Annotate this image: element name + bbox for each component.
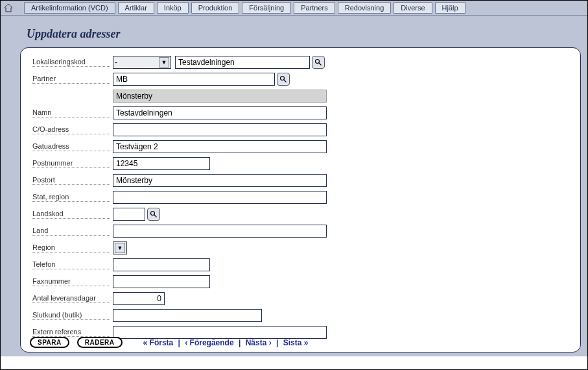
search-icon	[150, 210, 158, 218]
nav-next[interactable]: Nästa ›	[246, 338, 272, 347]
lokaliseringskod-input[interactable]	[175, 56, 310, 69]
form-footer: SPARA RADERA « Första | ‹ Föregående | N…	[30, 337, 571, 348]
landskod-lookup-button[interactable]	[147, 208, 160, 221]
label-co-adress: C/O-adress	[32, 125, 110, 134]
telefon-input[interactable]	[113, 258, 210, 271]
home-icon[interactable]	[3, 3, 14, 13]
menu-tab-artiklar[interactable]: Artiklar	[118, 2, 154, 14]
menu-tab-artikelinformation[interactable]: Artikelinformation (VCD)	[24, 2, 115, 14]
menu-tab-diverse[interactable]: Diverse	[394, 2, 432, 14]
form-panel: Lokaliseringskod - ▼ Partner Namn	[20, 47, 581, 352]
menu-tab-inkop[interactable]: Inköp	[157, 2, 189, 14]
search-icon	[314, 58, 322, 66]
save-button[interactable]: SPARA	[30, 337, 69, 348]
lokaliseringskod-select[interactable]: - ▼	[113, 56, 171, 69]
land-input[interactable]	[113, 225, 327, 238]
label-stat-region: Stat, region	[32, 193, 110, 202]
menu-tab-hjalp[interactable]: Hjälp	[435, 2, 465, 14]
stat-region-input[interactable]	[113, 191, 327, 204]
label-postort: Postort	[32, 176, 110, 185]
namn-input[interactable]	[113, 106, 327, 119]
page-title: Uppdatera adresser	[27, 27, 587, 41]
svg-point-0	[316, 60, 320, 64]
svg-line-3	[284, 80, 287, 82]
page-header: Uppdatera adresser	[1, 16, 587, 47]
menu-tab-partners[interactable]: Partners	[294, 2, 335, 14]
label-landskod: Landskod	[32, 210, 110, 219]
nav-last[interactable]: Sista »	[283, 338, 309, 347]
chevron-down-icon: ▼	[159, 57, 169, 68]
label-slutkund: Slutkund (butik)	[32, 311, 110, 320]
gatuadress-input[interactable]	[113, 140, 327, 153]
slutkund-input[interactable]	[113, 309, 262, 322]
menu-tab-forsaljning[interactable]: Försäljning	[242, 2, 291, 14]
menu-tab-produktion[interactable]: Produktion	[191, 2, 240, 14]
delete-button[interactable]: RADERA	[77, 337, 123, 348]
postort-input[interactable]	[113, 174, 327, 187]
label-namn: Namn	[32, 108, 110, 117]
label-gatuadress: Gatuadress	[32, 142, 110, 151]
search-icon	[279, 75, 287, 83]
label-extern-referens: Extern referens	[32, 328, 110, 337]
label-telefon: Telefon	[32, 260, 110, 269]
record-nav: « Första | ‹ Föregående | Nästa › | Sist…	[143, 338, 309, 347]
label-lokaliseringskod: Lokaliseringskod	[32, 58, 110, 67]
label-region: Region	[32, 243, 110, 253]
chevron-down-icon: ▼	[115, 243, 125, 253]
faxnummer-input[interactable]	[113, 275, 210, 288]
label-postnummer: Postnummer	[32, 159, 110, 168]
co-adress-input[interactable]	[113, 123, 327, 136]
label-land: Land	[32, 227, 110, 236]
partner-readonly-name	[113, 90, 327, 103]
svg-line-1	[319, 63, 322, 66]
lokaliseringskod-select-value: -	[115, 58, 117, 67]
landskod-input[interactable]	[113, 208, 145, 221]
label-partner: Partner	[32, 75, 110, 84]
partner-input[interactable]	[113, 73, 275, 86]
nav-prev[interactable]: ‹ Föregående	[185, 338, 233, 347]
region-select[interactable]: ▼	[113, 241, 127, 254]
antal-leveransdagar-input[interactable]	[113, 292, 165, 305]
label-faxnummer: Faxnummer	[32, 277, 110, 286]
label-antal-leveransdagar: Antal leveransdagar	[32, 294, 110, 303]
nav-first[interactable]: « Första	[143, 338, 174, 347]
lokaliseringskod-lookup-button[interactable]	[312, 56, 325, 69]
menu-tab-redovisning[interactable]: Redovisning	[338, 2, 392, 14]
svg-point-4	[151, 212, 155, 216]
postnummer-input[interactable]	[113, 157, 210, 170]
svg-point-2	[281, 77, 285, 80]
svg-line-5	[154, 215, 157, 217]
top-menu-bar: Artikelinformation (VCD) Artiklar Inköp …	[1, 1, 587, 16]
partner-lookup-button[interactable]	[277, 73, 290, 86]
